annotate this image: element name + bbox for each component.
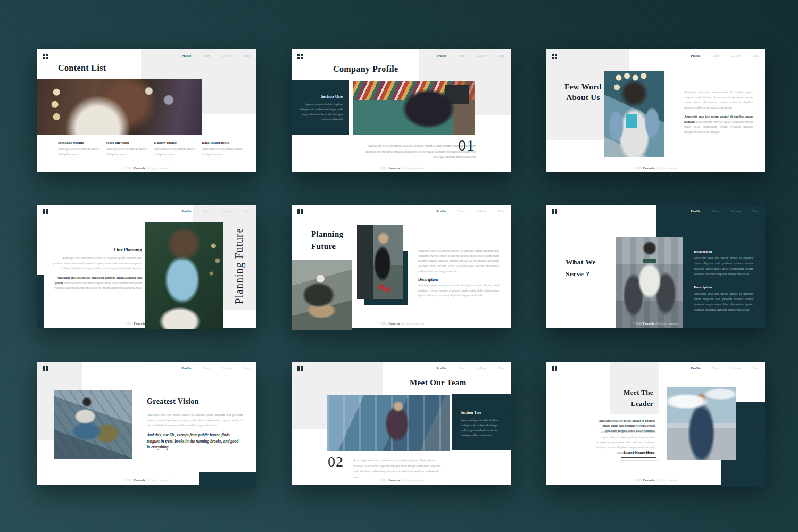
footer-brand: Fanavde [134,479,145,482]
footer-brand: Fanavde [134,322,145,325]
slide-body: Anuscipit eros iste metus auctor id dapi… [418,248,499,275]
nav-item-team[interactable]: Team [458,210,464,213]
footer-copyright: © 2021 [123,479,134,482]
slide-body: Anuscipit eros iste metus auctor id dapi… [147,413,243,428]
nav-item-data[interactable]: Data [498,367,504,370]
nav-item-profile[interactable]: Profile [437,210,446,213]
nav-item-profile[interactable]: Profile [182,367,192,370]
column-heading: Meet our team [106,140,149,145]
title-line: Planning [311,228,344,240]
photo-woman-sitting-road [292,260,352,330]
slide-company-profile: ProfileTeamGalleryData Company Profile S… [292,49,511,172]
nav-item-team[interactable]: Team [712,367,719,370]
photo-street-fashion [616,237,683,328]
nav-item-gallery[interactable]: Gallery [222,54,232,57]
title-line: Serve ? [566,268,596,280]
planning-paragraph: Anuscipit eros iste metus auctor id dapi… [52,276,142,291]
slide-greatest-vision: ProfileTeamGalleryData Greatest Vision A… [37,362,256,485]
nav-item-data[interactable]: Data [243,54,250,57]
slide-nav: ProfileTeamGalleryData [437,54,504,57]
nav-item-team[interactable]: Team [458,54,464,57]
nav-item-gallery[interactable]: Gallery [222,367,232,370]
nav-item-team[interactable]: Team [203,54,210,57]
footer-brand: Fanavde [643,479,654,482]
footer-rights: all rights reserved [145,167,169,170]
nav-item-data[interactable]: Data [752,54,759,57]
column-text: Anuscipit eros iste metus auctor id dapi… [106,147,149,157]
nav-item-team[interactable]: Team [203,367,210,370]
logo-grid-icon [297,366,303,371]
slide-footer: © 2021 Fanavde all rights reserved [546,322,765,325]
nav-item-gallery[interactable]: Gallery [477,367,487,370]
slide-number: 02 [328,453,344,470]
nav-item-team[interactable]: Team [712,210,719,213]
nav-item-profile[interactable]: Profile [691,54,701,57]
footer-copyright: © 2021 [633,479,643,482]
nav-item-profile[interactable]: Profile [691,367,701,370]
nav-item-data[interactable]: Data [752,367,759,370]
footer-rights: all rights reserved [654,479,678,482]
nav-item-data[interactable]: Data [498,54,504,57]
template-preview-canvas: ProfileTeamGalleryData Content List comp… [0,0,798,532]
column-heading: Data Infographic [202,140,245,145]
nav-item-profile[interactable]: Profile [182,210,192,213]
content-column: Gallery Image Anuscipit eros iste metus … [154,140,197,157]
nav-item-gallery[interactable]: Gallery [731,367,741,370]
slide-nav: ProfileTeamGalleryData [691,210,759,213]
column-heading: company profile [58,140,102,145]
nav-item-profile[interactable]: Profile [437,54,446,57]
description-text: Anuscipit eros iste metus auctor id dapi… [694,292,753,313]
title-line: Future [311,240,344,253]
logo-grid-icon [552,54,557,59]
title-line: Leader [610,398,653,410]
slide-title: Meet Our Team [410,377,467,388]
slide-our-planning: ProfileTeamGalleryData Our Planning Anus… [37,205,256,328]
nav-item-team[interactable]: Team [712,54,719,57]
footer-brand: Fanavde [388,479,400,482]
logo-grid-icon [297,209,303,214]
slide-footer: © 2021 Fanavde all rights reserved [292,167,511,170]
nav-item-profile[interactable]: Profile [182,54,192,57]
nav-item-team[interactable]: Team [203,210,210,213]
nav-item-gallery[interactable]: Gallery [477,54,487,57]
nav-item-profile[interactable]: Profile [437,367,446,370]
nav-item-gallery[interactable]: Gallery [731,210,741,213]
nav-item-gallery[interactable]: Gallery [477,210,487,213]
slide-title: Content List [58,62,106,74]
footer-rights: all rights reserved [654,322,678,325]
nav-item-profile[interactable]: Profile [691,210,701,213]
slide-nav: ProfileTeamGalleryData [437,210,504,213]
section-text: Ipsum volutpat tincidnt dapibus tristiqu… [461,418,501,438]
title-line: Meet The [610,387,653,398]
slide-footer: © 2021 Fanavde all rights reserved [292,322,511,325]
footer-brand: Fanavde [643,322,654,325]
footer-copyright: © 2021 [633,322,643,325]
slide-few-word-about-us: ProfileTeamGalleryData Few Word About Us… [546,49,765,172]
nav-item-data[interactable]: Data [752,210,759,213]
slide-nav: ProfileTeamGalleryData [182,367,250,370]
slide-nav: ProfileTeamGalleryData [437,367,504,370]
nav-item-gallery[interactable]: Gallery [222,210,232,213]
nav-item-team[interactable]: Team [458,367,464,370]
name-caption: Anuscipit eros iste metus auctor idas [616,459,662,462]
photo-leader-portrait [667,387,736,460]
photo-woman-with-books [604,71,664,157]
description-text: Anuscipit eros iste metus auctor id dapi… [418,283,499,298]
slide-footer: © 2021 Fanavde all rights reserved [292,479,511,482]
teal-accent-strip [37,275,44,328]
description-heading: Description [418,277,438,282]
description-heading: Description [694,285,712,289]
logo-grid-icon [552,366,557,371]
logo-grid-icon [43,366,48,371]
name-placeholder[interactable]: Insert Name Here [621,450,656,458]
column-heading: Gallery Image [154,140,197,145]
nav-item-gallery[interactable]: Gallery [731,54,741,57]
slide-footer: © 2021 Fanavde all rights reserved [37,479,256,482]
section-heading: Our Planning [69,247,142,252]
nav-item-data[interactable]: Data [243,367,250,370]
nav-item-data[interactable]: Data [243,210,250,213]
section-heading: Section One [321,94,343,99]
nav-item-data[interactable]: Data [498,210,504,213]
footer-copyright: © 2021 [378,322,388,325]
footer-copyright: © 2021 [633,167,643,170]
